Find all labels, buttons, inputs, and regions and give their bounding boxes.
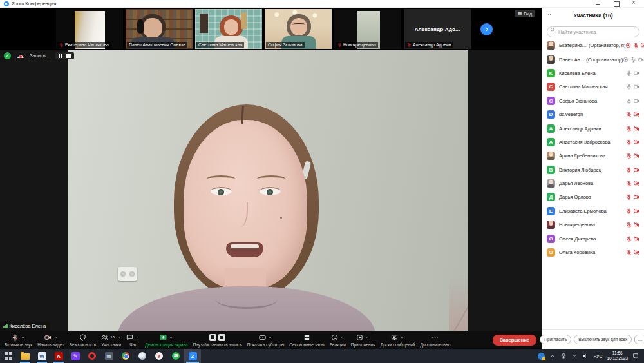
- participant-row[interactable]: K Киселёва Елена: [542, 66, 644, 80]
- video-tile[interactable]: Екатерина Чистякова: [55, 8, 124, 50]
- volume-icon[interactable]: [582, 353, 589, 359]
- toolbar-button[interactable]: Пауза/остановить запись: [191, 331, 245, 349]
- taskbar-app-paint[interactable]: [67, 349, 84, 363]
- participant-row[interactable]: D dc.veeergh: [542, 108, 644, 121]
- participant-row[interactable]: C Софья Зюганова: [542, 94, 644, 108]
- participant-row[interactable]: B Виктория Любарец: [542, 163, 644, 177]
- video-tile[interactable]: Александр Адо... Александр Адонин: [403, 8, 471, 50]
- participant-row[interactable]: Павел Ан... (Соорганизатор): [542, 52, 644, 66]
- stop-recording-icon[interactable]: [218, 334, 225, 341]
- toolbar-button[interactable]: 16 Участники: [99, 331, 124, 349]
- video-tile[interactable]: Павел Анатольевич Ольхов: [125, 8, 193, 50]
- toolbar-button[interactable]: Демонстрация экрана: [142, 331, 190, 349]
- toolbar-button[interactable]: Включить звук: [2, 331, 35, 349]
- participant-row[interactable]: Арина Гребенникова: [542, 149, 644, 162]
- stop-icon[interactable]: [66, 54, 71, 58]
- toolbar-button[interactable]: Реакции: [327, 331, 348, 349]
- taskbar-app-zoom[interactable]: [184, 349, 201, 363]
- avatar: E: [547, 207, 555, 215]
- toolbar-button[interactable]: Сессионные залы: [287, 331, 327, 349]
- participant-row[interactable]: О Олеся Дикарева: [542, 231, 644, 245]
- speaker-video: [68, 50, 468, 331]
- taskbar-app-acrobat[interactable]: [50, 349, 67, 363]
- taskbar-app-file-explorer[interactable]: [17, 349, 33, 363]
- taskbar-app-calculator[interactable]: [100, 349, 117, 363]
- toolbar-button[interactable]: Чат: [124, 331, 142, 349]
- toolbar-icon-row: [303, 333, 310, 342]
- language-indicator[interactable]: РУС: [593, 354, 602, 358]
- invite-button[interactable]: Пригласить: [540, 335, 571, 344]
- action-center-icon[interactable]: [632, 353, 639, 359]
- speaker-mole-figure: [280, 217, 282, 219]
- toolbar-button[interactable]: Безопасность: [67, 331, 99, 349]
- video-tile[interactable]: Софья Зюганова: [264, 8, 332, 50]
- network-icon[interactable]: [571, 353, 578, 359]
- chevron-up-icon[interactable]: [365, 335, 370, 340]
- window-controls: [595, 1, 640, 6]
- chevron-up-icon[interactable]: [53, 335, 58, 340]
- chevron-up-icon[interactable]: [135, 335, 140, 340]
- view-button[interactable]: Вид: [515, 10, 535, 17]
- toolbar-button[interactable]: Доски сообщений: [378, 331, 418, 349]
- participant-row[interactable]: Екатерина... (Организатор, я): [542, 39, 644, 52]
- clock-time: 11:56: [612, 351, 623, 355]
- pause-recording-icon[interactable]: [209, 334, 216, 341]
- tile-figure: [290, 18, 307, 35]
- avatar: О: [547, 235, 555, 243]
- taskbar-app-whatsapp[interactable]: [167, 349, 184, 363]
- chevron-up-icon[interactable]: [400, 335, 404, 340]
- toolbar-button[interactable]: Приложения: [348, 331, 378, 349]
- video-tile[interactable]: Светлана Машевская: [194, 8, 263, 50]
- encryption-shield-icon[interactable]: ✓: [4, 52, 11, 59]
- next-page-arrow-icon[interactable]: [480, 23, 493, 35]
- participant-row[interactable]: Д Дарья Орлова: [542, 190, 644, 204]
- taskbar-app-windows-start[interactable]: [0, 349, 17, 363]
- pause-icon[interactable]: [59, 54, 62, 58]
- avatar: A: [547, 138, 555, 146]
- search-input[interactable]: [547, 26, 639, 37]
- toolbar-button[interactable]: Показать субтитры: [245, 331, 287, 349]
- toolbar-button[interactable]: Дополнительно: [418, 331, 453, 349]
- taskbar-app-opera[interactable]: [84, 349, 100, 363]
- minimize-icon[interactable]: [595, 1, 601, 6]
- close-icon[interactable]: [631, 1, 638, 6]
- yandex-browser-icon: [155, 352, 163, 360]
- participant-row[interactable]: A Александр Адонин: [542, 121, 644, 135]
- taskbar-app-word[interactable]: [33, 349, 50, 363]
- video-strip-tiles: Екатерина Чистякова Павел Анатольевич Ол…: [55, 8, 471, 50]
- antivirus-icon[interactable]: [538, 353, 545, 360]
- chevron-down-icon[interactable]: [547, 12, 552, 17]
- taskbar-app-yandex-browser[interactable]: [151, 349, 167, 363]
- participant-row[interactable]: E Елизавета Ермолова: [542, 204, 644, 218]
- microphone-icon[interactable]: [560, 353, 567, 359]
- participant-row[interactable]: Новокрещенова: [542, 218, 644, 231]
- maximize-icon[interactable]: [613, 1, 620, 6]
- cloud-recording-icon: ☁: [17, 52, 24, 59]
- taskbar-app-edge-globe[interactable]: [134, 349, 151, 363]
- opera-icon: [88, 352, 96, 360]
- participant-row[interactable]: Дарья Леонова: [542, 177, 644, 190]
- participant-row[interactable]: C Светлана Машевская: [542, 80, 644, 93]
- taskbar-app-chrome[interactable]: [117, 349, 134, 363]
- participant-row[interactable]: О Ольга Коровина: [542, 246, 644, 259]
- toolbar-icon-row: [356, 333, 370, 342]
- taskbar-clock[interactable]: 11:56 10.12.2023: [607, 351, 628, 361]
- window-title-bar: Zoom Конференция: [0, 0, 644, 8]
- video-tile[interactable]: Новокрещенова: [334, 8, 402, 50]
- participant-status-icons: [626, 112, 639, 117]
- avatar: [547, 55, 555, 64]
- chevron-up-icon[interactable]: [340, 335, 345, 340]
- participant-row[interactable]: A Анастасия Заброскова: [542, 135, 644, 149]
- mute-all-button[interactable]: Выключить звук для всех: [574, 335, 632, 344]
- toolbar-button[interactable]: Начать видео: [35, 331, 66, 349]
- more-options-button[interactable]: ...: [634, 335, 644, 344]
- chevron-up-icon[interactable]: [21, 335, 25, 340]
- toolbar-label: Приложения: [351, 342, 375, 347]
- participant-name: Светлана Машевская: [559, 84, 607, 90]
- end-meeting-button[interactable]: Завершение: [493, 335, 536, 346]
- chevron-up-icon[interactable]: [268, 335, 272, 340]
- chevron-up-icon[interactable]: [117, 335, 121, 340]
- chevron-up-icon[interactable]: [549, 353, 556, 359]
- participant-name: Виктория Любарец: [559, 167, 601, 173]
- chevron-up-icon[interactable]: [169, 335, 173, 340]
